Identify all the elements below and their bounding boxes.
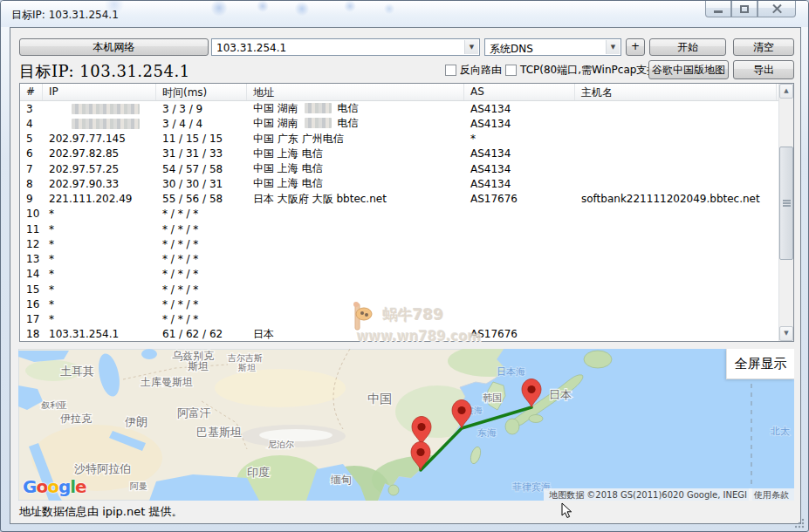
table-row[interactable]: 15** / * / *	[20, 282, 778, 297]
table-cell: 9	[20, 193, 43, 205]
export-button[interactable]: 导出	[733, 60, 794, 79]
table-cell: * / * / *	[156, 238, 247, 250]
map-label: 韩国	[483, 392, 502, 404]
close-button[interactable]	[758, 1, 796, 17]
table-row[interactable]: 14** / * / *	[20, 267, 778, 282]
add-button[interactable]: +	[626, 38, 645, 56]
table-cell: 31 / 31 / 33	[156, 147, 247, 160]
table-cell: 54 / 57 / 58	[156, 163, 247, 175]
table-cell: AS4134	[464, 147, 575, 160]
table-cell: 8	[20, 178, 43, 190]
table-cell: 中国 湖南 电信	[247, 116, 464, 131]
table-cell: *	[43, 253, 156, 265]
table-cell: 55 / 56 / 58	[156, 193, 247, 205]
app-window: 目标IP: 103.31.254.1 本机网络 103.31.254.1 ▼ 系…	[0, 0, 809, 532]
tcp-label: TCP(80端口,需WinPcap支持)	[520, 63, 662, 78]
clear-button[interactable]: 清空	[733, 38, 794, 56]
google-china-map-button[interactable]: 谷歌中国版地图	[648, 60, 729, 79]
fullscreen-button[interactable]: 全屏显示	[726, 349, 794, 379]
table-row[interactable]: 10** / * / *	[20, 207, 778, 222]
chevron-down-icon[interactable]: ▼	[606, 40, 620, 54]
table-cell: 中国 广东 广州电信	[247, 132, 464, 147]
map-label: 斯坦	[188, 360, 209, 372]
vertical-scrollbar[interactable]: ▲ ▼	[778, 84, 793, 341]
table-row[interactable]: 13** / * / *	[20, 252, 778, 267]
table-row[interactable]: 9221.111.202.4955 / 56 / 58日本 大阪府 大阪 bbt…	[20, 192, 778, 207]
scroll-down-icon[interactable]: ▼	[779, 326, 793, 341]
table-row[interactable]: 11** / * / *	[20, 222, 778, 236]
table-cell: 7	[20, 163, 43, 175]
maximize-button[interactable]	[731, 1, 758, 17]
table-cell: *	[43, 208, 156, 220]
table-row[interactable]: 12** / * / *	[20, 236, 778, 251]
table-cell: 3 / 3 / 9	[156, 103, 247, 115]
minimize-icon	[714, 10, 723, 13]
col-header-hostname[interactable]: 主机名	[575, 84, 777, 100]
table-cell: 中国 上海 电信	[247, 161, 464, 176]
target-ip-combobox[interactable]: 103.31.254.1 ▼	[211, 38, 480, 56]
table-cell: AS4134	[464, 103, 575, 115]
map-label: 土耳其	[60, 365, 94, 378]
dns-combobox[interactable]: 系统DNS ▼	[484, 38, 621, 56]
table-cell	[43, 118, 156, 130]
col-header-time[interactable]: 时间(ms)	[156, 84, 247, 100]
table-row[interactable]: 5202.97.77.14511 / 15 / 15中国 广东 广州电信*	[20, 132, 778, 147]
table-row[interactable]: 8202.97.90.3330 / 30 / 31中国 上海 电信AS4134	[20, 176, 778, 191]
table-cell: AS17676	[464, 328, 575, 340]
table-cell: *	[43, 238, 156, 250]
table-cell: * / * / *	[156, 283, 247, 296]
table-cell: 5	[20, 133, 43, 145]
title-bar[interactable]: 目标IP: 103.31.254.1	[1, 1, 808, 27]
col-header-ip[interactable]: IP	[43, 84, 156, 100]
table-cell: 3 / 4 / 4	[156, 118, 247, 130]
map-label: 阿曼	[130, 481, 147, 491]
table-cell: *	[43, 298, 156, 310]
table-cell: 221.111.202.49	[43, 193, 156, 205]
window-title: 目标IP: 103.31.254.1	[11, 8, 119, 23]
table-row[interactable]: 18103.31.254.161 / 62 / 62日本AS17676	[20, 327, 778, 341]
table-row[interactable]: 43 / 4 / 4中国 湖南 电信AS4134	[20, 116, 778, 131]
col-header-as[interactable]: AS	[464, 84, 575, 100]
col-header-hop[interactable]: #	[20, 84, 43, 100]
table-row[interactable]: 16** / * / *	[20, 297, 778, 311]
google-logo[interactable]: Google	[23, 476, 86, 497]
table-row[interactable]: 6202.97.82.8531 / 31 / 33中国 上海 电信AS4134	[20, 147, 778, 161]
table-cell: 103.31.254.1	[43, 328, 156, 340]
checkbox-icon[interactable]	[505, 65, 517, 76]
masked-value	[305, 118, 332, 128]
tcp-checkbox[interactable]: TCP(80端口,需WinPcap支持)	[505, 63, 662, 78]
table-cell: *	[43, 313, 156, 325]
table-row[interactable]: 17** / * / *	[20, 312, 778, 327]
table-row[interactable]: 33 / 3 / 9中国 湖南 电信AS4134	[20, 101, 778, 116]
resize-grip[interactable]	[795, 518, 806, 529]
map-label: 斯坦	[237, 363, 256, 372]
table-cell: 中国 上海 电信	[247, 147, 464, 161]
table-cell: AS17676	[464, 193, 575, 205]
col-header-address[interactable]: 地址	[247, 84, 464, 100]
checkbox-icon[interactable]	[445, 65, 456, 76]
table-cell: 6	[20, 147, 43, 160]
table-cell: 13	[20, 253, 43, 265]
reverse-route-label: 反向路由	[460, 63, 502, 78]
table-cell: 中国 上海 电信	[247, 176, 464, 191]
table-cell: softbank221111202049.bbtec.net	[575, 193, 777, 205]
local-network-button[interactable]: 本机网络	[19, 38, 209, 56]
table-cell: 10	[20, 208, 43, 220]
map-label: 印度	[247, 466, 270, 479]
map-label: 巴基斯坦	[196, 426, 242, 439]
masked-value	[305, 103, 332, 113]
map-terms-link[interactable]: 使用条款	[749, 488, 794, 501]
start-button[interactable]: 开始	[649, 38, 726, 56]
map-attribution: 地图数据 ©2018 GS(2011)6020 Google, INEGI	[544, 488, 752, 501]
table-header[interactable]: # IP 时间(ms) 地址 AS 主机名	[20, 84, 778, 101]
table-cell: 日本	[247, 327, 464, 341]
map-label: 日本	[549, 388, 572, 401]
scrollbar-thumb[interactable]	[779, 147, 793, 260]
table-row[interactable]: 7202.97.57.2554 / 57 / 58中国 上海 电信AS4134	[20, 161, 778, 176]
chevron-down-icon[interactable]: ▼	[464, 40, 478, 54]
minimize-button[interactable]	[705, 1, 731, 17]
target-ip-value: 103.31.254.1	[216, 42, 286, 54]
scroll-up-icon[interactable]: ▲	[779, 84, 793, 99]
route-map[interactable]: 土耳其叙利亚伊拉克伊朗土库曼斯坦乌兹别克斯坦吉尔吉斯斯坦阿富汗巴基斯坦尼泊尔沙特…	[18, 349, 794, 501]
reverse-route-checkbox[interactable]: 反向路由	[445, 63, 502, 78]
